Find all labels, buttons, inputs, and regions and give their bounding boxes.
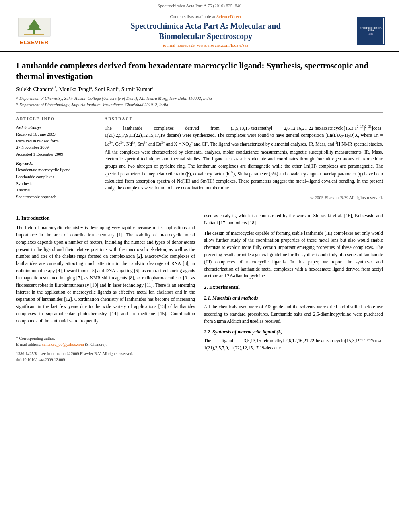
keyword-2: Lanthanide complexes: [16, 174, 97, 181]
subsection2-2-text: The ligand 3,5,13,15-tetramethyl-2,6,12,…: [204, 337, 383, 352]
issn-line: 1386-1425/$ – see front matter © 2009 El…: [16, 351, 195, 357]
author-4: Sumit Kumarb: [121, 86, 154, 92]
journal-volume-info: Spectrochimica Acta Part A 75 (2010) 835…: [158, 3, 241, 8]
journal-homepage: journal homepage: www.elsevier.com/locat…: [56, 43, 355, 47]
received-date: Received 16 June 2009: [16, 131, 97, 138]
contents-available-line: Contents lists available at ScienceDirec…: [56, 14, 355, 19]
page-container: Spectrochimica Acta Part A 75 (2010) 835…: [0, 0, 399, 532]
keyword-5: Spectroscopic approach: [16, 194, 97, 201]
affiliations: a Department of Chemistry, Zakir Husain …: [16, 95, 383, 108]
abstract-col: ABSTRACT The lanthanide complexes derive…: [105, 117, 383, 201]
article-info-col: ARTICLE INFO Article history: Received 1…: [16, 117, 97, 201]
journal-logo-right: SPECTROCHIMICA ACTA ACTA: [355, 17, 387, 45]
journal-title-area: Contents lists available at ScienceDirec…: [56, 14, 355, 47]
sciencedirect-link[interactable]: ScienceDirect: [216, 14, 241, 19]
email-note: E-mail address: schandra_00@yahoo.com (S…: [16, 341, 195, 347]
email-address[interactable]: schandra_00@yahoo.com: [42, 342, 84, 347]
others-word: other: [236, 220, 245, 225]
divider-1: [16, 112, 383, 113]
article-info-label: ARTICLE INFO: [16, 117, 97, 122]
accepted-date: Accepted 1 December 2009: [16, 151, 97, 158]
email-person: (S. Chandra).: [85, 342, 107, 347]
subsection2-1-heading: 2.1. Materials and methods: [204, 294, 383, 302]
homepage-url[interactable]: www.elsevier.com/locate/saa: [197, 43, 249, 47]
abstract-label: ABSTRACT: [105, 117, 383, 122]
subsection2-2-heading: 2.2. Synthesis of macrocyclic ligand (L): [204, 328, 383, 336]
intro-paragraph-3: The design of macrocycles capable of for…: [204, 230, 383, 280]
revised-date: Received in revised form27 November 2009: [16, 138, 97, 152]
author-1: Sulekh Chandraa,*,: [16, 86, 58, 92]
keywords-list: Hexadentate macrocyclic ligand Lanthanid…: [16, 167, 97, 201]
journal-top-bar: Spectrochimica Acta Part A 75 (2010) 835…: [0, 0, 399, 10]
author-2: Monika Tyagia,: [59, 86, 93, 92]
body-col-left: 1. Introduction The field of macrocyclic…: [16, 212, 195, 363]
keyword-1: Hexadentate macrocyclic ligand: [16, 167, 97, 174]
body-col-right: used as catalysts, which is demonstrated…: [204, 212, 383, 363]
info-abstract-cols: ARTICLE INFO Article history: Received 1…: [16, 117, 383, 201]
elsevier-wordmark: ELSEVIER: [20, 39, 49, 45]
corresponding-note: * Corresponding author.: [16, 335, 195, 341]
section1-heading: 1. Introduction: [16, 214, 195, 222]
bottom-divider: [16, 207, 383, 207]
intro-paragraph-1: The field of macrocyclic chemistry is de…: [16, 224, 195, 325]
affil-b: b Department of Biotechnology, Jaipuria …: [16, 102, 383, 108]
section2-heading: 2. Experimental: [204, 283, 383, 291]
word-other: other: [292, 164, 302, 168]
intro-paragraph-2: used as catalysts, which is demonstrated…: [204, 212, 383, 227]
doi-line: doi:10.1016/j.saa.2009.12.009: [16, 357, 195, 363]
affil-a: a Department of Chemistry, Zakir Husain …: [16, 95, 383, 102]
elsevier-tree-icon: [16, 16, 52, 38]
keyword-4: Thermal: [16, 187, 97, 194]
footnote-area: * Corresponding author. E-mail address: …: [16, 333, 195, 363]
article-title: Lanthanide complexes derived from hexade…: [16, 60, 383, 82]
history-label: Article history:: [16, 125, 97, 131]
authors-line: Sulekh Chandraa,*, Monika Tyagia, Soni R…: [16, 86, 383, 93]
subsection2-1-text: All the chemicals used were of AR grade …: [204, 304, 383, 325]
svg-rect-4: [24, 34, 44, 35]
keywords-label: Keywords:: [16, 161, 97, 166]
copyright-line: © 2009 Elsevier B.V. All rights reserved…: [105, 195, 383, 200]
body-columns: 1. Introduction The field of macrocyclic…: [16, 212, 383, 363]
elsevier-logo: ELSEVIER: [12, 16, 56, 45]
journal-header: ELSEVIER Contents lists available at Sci…: [0, 10, 399, 52]
abstract-text: The lanthanide complexes derived from (3…: [105, 125, 383, 192]
spectroacta-logo-icon: SPECTROCHIMICA ACTA ACTA: [357, 17, 385, 45]
main-content: Lanthanide complexes derived from hexade…: [0, 52, 399, 371]
journal-name: Spectrochimica Acta Part A: Molecular an…: [56, 21, 355, 41]
article-info-block: Article history: Received 16 June 2009 R…: [16, 125, 97, 158]
keyword-3: Synthesis: [16, 181, 97, 187]
author-3: Soni Rania,: [95, 86, 120, 92]
